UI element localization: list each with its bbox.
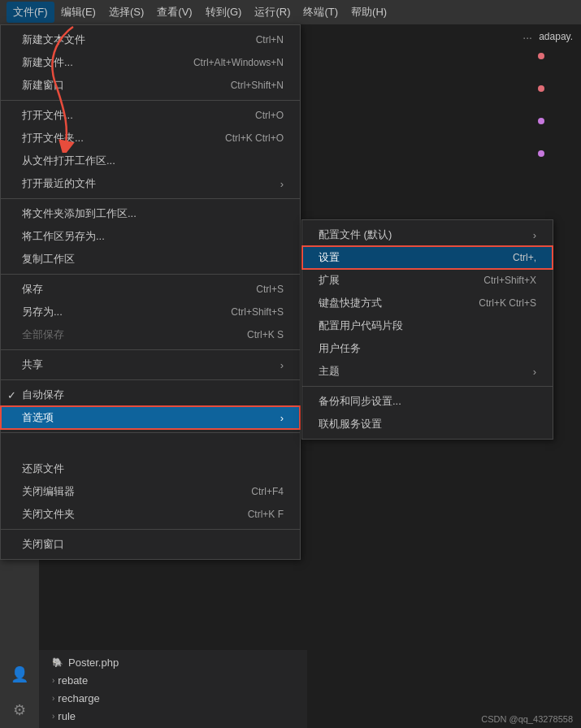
- menu-open-folder[interactable]: 打开文件夹... Ctrl+K Ctrl+O: [1, 127, 300, 150]
- menu-preferences[interactable]: 首选项 › 配置文件 (默认) › 设置 Ctrl+, 扩展 Ctrl+Shif…: [1, 406, 300, 429]
- submenu-extensions[interactable]: 扩展 Ctrl+Shift+X: [302, 269, 553, 292]
- auto-save-checkmark: ✓: [7, 389, 16, 401]
- activity-accounts[interactable]: 👤: [8, 663, 31, 686]
- submenu-keyboard-shortcuts[interactable]: 键盘快捷方式 Ctrl+K Ctrl+S: [302, 292, 553, 314]
- file-tree-rule[interactable]: › rule: [39, 707, 307, 725]
- php-icon: 🐘: [52, 657, 63, 668]
- menubar: 文件(F) 编辑(E) 选择(S) 查看(V) 转到(G) 运行(R) 终端(T…: [0, 0, 581, 24]
- submenu-settings[interactable]: 设置 Ctrl+,: [302, 246, 553, 269]
- indicator-dot-2: [538, 85, 544, 92]
- adapay-label: adapay.: [539, 31, 573, 42]
- menubar-help[interactable]: 帮助(H): [345, 2, 393, 23]
- menubar-goto[interactable]: 转到(G): [199, 2, 249, 23]
- folder-arrow-rule: ›: [52, 712, 54, 721]
- menu-exit[interactable]: 关闭窗口: [1, 533, 300, 556]
- submenu-user-snippets[interactable]: 配置用户代码片段: [302, 314, 553, 337]
- menu-share[interactable]: 共享 ›: [1, 353, 300, 376]
- menu-sep-2: [1, 198, 300, 199]
- menu-save[interactable]: 保存 Ctrl+S: [1, 278, 300, 301]
- menu-sep-5: [1, 379, 300, 380]
- menubar-file[interactable]: 文件(F): [7, 2, 54, 23]
- menu-close-window[interactable]: 关闭文件夹 Ctrl+K F: [1, 503, 300, 526]
- menu-sep-6: [1, 432, 300, 433]
- submenu-theme[interactable]: 主题 ›: [302, 360, 553, 383]
- submenu-backup-sync[interactable]: 备份和同步设置...: [302, 390, 553, 413]
- indicator-dot-1: [538, 53, 544, 59]
- file-tree-recharge[interactable]: › recharge: [39, 689, 307, 707]
- indicator-dot-3: [538, 118, 544, 124]
- file-dropdown-menu: 新建文本文件 Ctrl+N 新建文件... Ctrl+Alt+Windows+N…: [0, 24, 301, 560]
- menu-new-window[interactable]: 新建窗口 Ctrl+Shift+N: [1, 74, 300, 97]
- menu-add-folder[interactable]: 将文件夹添加到工作区...: [1, 202, 300, 225]
- menu-new-text-file[interactable]: 新建文本文件 Ctrl+N: [1, 28, 300, 51]
- submenu-linked-service[interactable]: 联机服务设置: [302, 413, 553, 436]
- menubar-terminal[interactable]: 终端(T): [297, 2, 345, 23]
- menu-revert[interactable]: [1, 436, 300, 457]
- menu-sep-4: [1, 349, 300, 350]
- menu-save-all: 全部保存 Ctrl+K S: [1, 323, 300, 346]
- menubar-view[interactable]: 查看(V): [150, 2, 198, 23]
- menu-new-file[interactable]: 新建文件... Ctrl+Alt+Windows+N: [1, 51, 300, 74]
- indicator-dot-4: [538, 150, 544, 157]
- menu-sep-3: [1, 274, 300, 275]
- sidebar-indicators: [538, 53, 544, 157]
- menu-auto-save[interactable]: ✓ 自动保存: [1, 384, 300, 406]
- menu-open-recent[interactable]: 打开最近的文件 ›: [1, 172, 300, 195]
- menu-open-workspace[interactable]: 从文件打开工作区...: [1, 150, 300, 172]
- menu-duplicate-workspace[interactable]: 复制工作区: [1, 248, 300, 271]
- submenu-config-profile[interactable]: 配置文件 (默认) ›: [302, 223, 553, 246]
- menu-sep-7: [1, 529, 300, 530]
- menu-open-file[interactable]: 打开文件... Ctrl+O: [1, 104, 300, 127]
- preferences-submenu: 配置文件 (默认) › 设置 Ctrl+, 扩展 Ctrl+Shift+X 键盘…: [301, 219, 553, 440]
- menu-close-editor[interactable]: 还原文件: [1, 457, 300, 480]
- menubar-run[interactable]: 运行(R): [248, 2, 297, 23]
- file-tree-poster[interactable]: 🐘 Poster.php: [39, 653, 307, 671]
- menu-save-workspace[interactable]: 将工作区另存为...: [1, 225, 300, 248]
- menubar-edit[interactable]: 编辑(E): [54, 2, 102, 23]
- submenu-user-tasks[interactable]: 用户任务: [302, 337, 553, 360]
- menubar-select[interactable]: 选择(S): [102, 2, 150, 23]
- file-tree: 🐘 Poster.php › rebate › recharge › rule: [39, 650, 307, 728]
- menu-save-as[interactable]: 另存为... Ctrl+Shift+S: [1, 301, 300, 323]
- menu-close-folder[interactable]: 关闭编辑器 Ctrl+F4: [1, 480, 300, 503]
- file-tree-rebate[interactable]: › rebate: [39, 671, 307, 689]
- activity-settings[interactable]: ⚙: [8, 699, 31, 722]
- submenu-sep-1: [302, 386, 553, 387]
- top-three-dots[interactable]: ···: [522, 31, 532, 44]
- menu-sep-1: [1, 100, 300, 101]
- watermark-text: CSDN @qq_43278558: [481, 714, 573, 724]
- folder-arrow-rebate: ›: [52, 676, 54, 685]
- folder-arrow-recharge: ›: [52, 694, 54, 703]
